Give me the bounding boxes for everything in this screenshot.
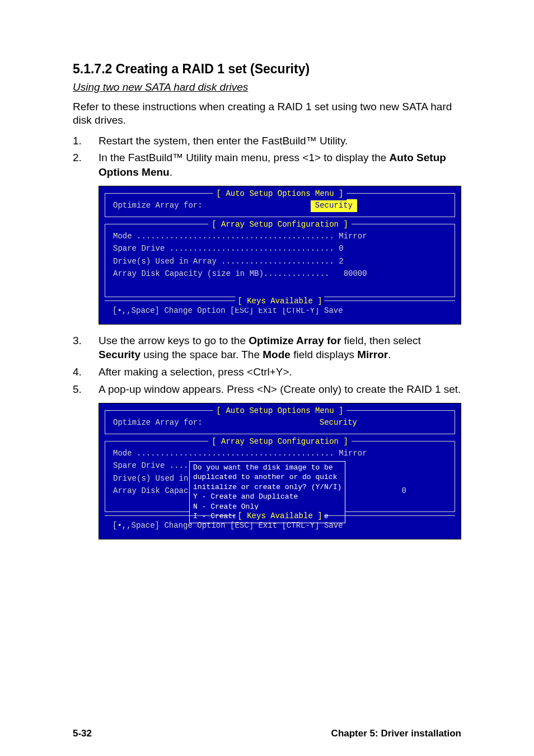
bios-screenshot-2: [ Auto Setup Options Menu ] Optimize Arr… [99,403,461,539]
step-2: 2. In the FastBuild™ Utility main menu, … [73,151,461,179]
bios-config-drives: Drive(s) Used in Array .................… [113,255,447,267]
bios-optimize-row: Optimize Array for: Security [113,199,447,212]
bios-field-value-highlight: Security [311,199,357,212]
step-4: 4. After making a selection, press <Ctrl… [73,365,461,379]
bios-panel-title: [ Auto Setup Options Menu ] [213,187,347,200]
step-3: 3. Use the arrow keys to go to the Optim… [73,334,461,362]
text-fragment: field displays [291,349,357,360]
step-1: 1. Restart the system, then enter the Fa… [73,134,461,148]
intro-paragraph: Refer to these instructions when creatin… [73,100,461,127]
bold-term: Mode [263,349,291,360]
text-fragment: . [388,349,391,360]
bios-config-spare: Spare Drive ............................… [113,242,447,255]
page-number: 5-32 [73,728,92,739]
text-fragment: Array Disk Capaci [113,485,193,497]
bios-config-panel: [ Array Setup Configuration ] Mode .....… [105,224,455,298]
bios-optimize-row: Optimize Array for: Security [113,416,447,429]
step-number: 3. [73,334,99,362]
step-number: 5. [73,382,99,397]
step-text: In the FastBuild™ Utility main menu, pre… [99,151,461,179]
bold-term: Mirror [357,349,388,360]
bold-term: Security [99,349,140,360]
bios-panel-title: [ Array Setup Configuration ] [208,218,352,231]
bios-screenshot-1: [ Auto Setup Options Menu ] Optimize Arr… [99,186,461,324]
bios-config-panel: [ Array Setup Configuration ] Mode .....… [105,441,455,513]
step-number: 1. [73,134,99,148]
bios-keys-title: [ Keys Available ] [235,510,324,522]
bios-field-label: Optimize Array for: [113,416,203,429]
text-fragment: . [170,166,172,178]
bios-keys-panel: [ Keys Available ] [•,,Space] Change Opt… [105,300,455,318]
bios-config-capacity: Array Disk Capacity (size in MB)........… [113,267,447,280]
text-fragment: using the space bar. The [140,349,263,360]
step-number: 2. [73,151,99,179]
text-fragment: Drive(s) Used in [113,472,188,485]
section-subheading: Using two new SATA hard disk drives [73,81,461,93]
bold-term: Optimize Array for [249,335,341,346]
section-heading: 5.1.7.2 Creating a RAID 1 set (Security) [73,62,461,77]
page-footer: 5-32 Chapter 5: Driver installation [73,711,461,739]
step-text: Use the arrow keys to go to the Optimize… [99,334,461,362]
text-fragment: 0 [402,485,406,497]
bios-panel-title: [ Auto Setup Options Menu ] [213,405,347,417]
text-fragment: Spare Drive ..... [113,459,193,472]
bios-config-mode: Mode ...................................… [113,447,447,459]
text-fragment: In the FastBuild™ Utility main menu, pre… [99,152,390,163]
step-text: A pop-up window appears. Press <N> (Crea… [99,382,461,397]
chapter-title: Chapter 5: Driver installation [331,728,461,739]
bios-keys-panel: [ Keys Available ] [•,,Space] Change Opt… [105,515,455,533]
step-text: Restart the system, then enter the FastB… [99,134,461,148]
step-text: After making a selection, press <Ctrl+Y>… [99,365,461,379]
text-fragment: field, then select [341,335,421,346]
bios-field-value: Security [320,416,357,429]
step-number: 4. [73,365,99,379]
bios-menu-panel: [ Auto Setup Options Menu ] Optimize Arr… [105,410,455,434]
bios-panel-title: [ Array Setup Configuration ] [208,435,352,448]
bios-config-mode: Mode ...................................… [113,230,447,242]
bios-keys-title: [ Keys Available ] [235,295,324,307]
step-5: 5. A pop-up window appears. Press <N> (C… [73,382,461,397]
bios-menu-panel: [ Auto Setup Options Menu ] Optimize Arr… [105,193,455,217]
bios-field-label: Optimize Array for: [113,199,203,212]
text-fragment: Use the arrow keys to go to the [99,335,249,346]
